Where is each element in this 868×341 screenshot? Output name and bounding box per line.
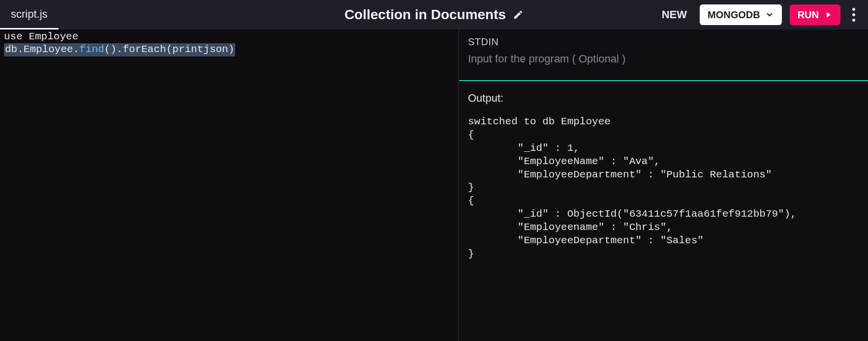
- new-button[interactable]: NEW: [657, 5, 692, 24]
- top-toolbar: script.js Collection in Documents NEW MO…: [0, 0, 868, 29]
- run-button-label: RUN: [798, 9, 819, 21]
- run-button[interactable]: RUN: [790, 4, 840, 25]
- right-panel: STDIN Output: switched to db Employee { …: [459, 29, 868, 341]
- chevron-down-icon: [765, 10, 774, 19]
- file-tab-label: script.js: [11, 8, 48, 21]
- code-token: find: [79, 44, 104, 55]
- file-tab[interactable]: script.js: [0, 0, 59, 29]
- code-token: db.Employee.: [5, 44, 79, 55]
- output-section: Output: switched to db Employee { "_id" …: [459, 81, 868, 272]
- main-content: use Employee db.Employee.find().forEach(…: [0, 29, 868, 341]
- more-menu-button[interactable]: [848, 4, 859, 26]
- edit-title-icon[interactable]: [513, 9, 524, 20]
- language-select-label: MONGODB: [708, 9, 760, 21]
- language-select[interactable]: MONGODB: [700, 4, 782, 25]
- code-token: ().forEach(printjson): [104, 44, 235, 55]
- code-token: use: [4, 31, 23, 42]
- output-text: switched to db Employee { "_id" : 1, "Em…: [468, 115, 859, 261]
- stdin-label: STDIN: [468, 36, 859, 48]
- page-title: Collection in Documents: [344, 7, 506, 23]
- code-area[interactable]: use Employee db.Employee.find().forEach(…: [0, 29, 458, 57]
- stdin-input[interactable]: [468, 53, 859, 65]
- output-label: Output:: [468, 92, 859, 105]
- code-token: Employee: [23, 31, 78, 42]
- code-editor[interactable]: use Employee db.Employee.find().forEach(…: [0, 29, 459, 341]
- play-icon: [824, 10, 833, 19]
- stdin-section: STDIN: [459, 29, 868, 81]
